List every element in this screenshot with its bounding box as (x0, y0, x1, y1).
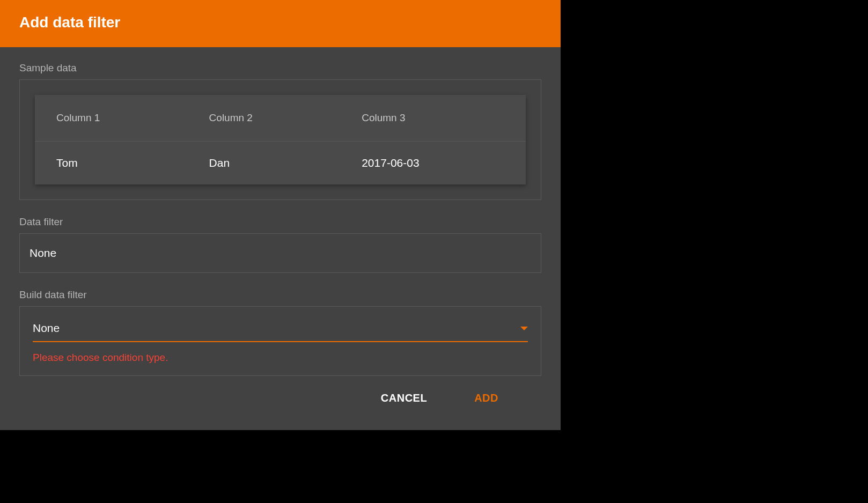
condition-type-value: None (33, 322, 60, 335)
dialog-body: Sample data Column 1 Column 2 Column 3 T… (0, 47, 561, 430)
condition-type-error: Please choose condition type. (33, 352, 528, 364)
data-filter-box[interactable]: None (19, 233, 541, 273)
cancel-button[interactable]: CANCEL (381, 392, 427, 404)
table-cell: Tom (35, 142, 188, 185)
table-row: Tom Dan 2017-06-03 (35, 142, 526, 185)
sample-table-wrapper: Column 1 Column 2 Column 3 Tom Dan 2017-… (35, 95, 526, 184)
data-filter-value: None (30, 247, 56, 259)
dialog-title: Add data filter (19, 14, 541, 31)
table-header-col1: Column 1 (35, 95, 188, 142)
caret-down-icon (520, 327, 528, 330)
condition-type-select[interactable]: None (33, 322, 528, 342)
dialog-header: Add data filter (0, 0, 561, 47)
data-filter-label: Data filter (19, 216, 541, 228)
sample-data-table: Column 1 Column 2 Column 3 Tom Dan 2017-… (35, 95, 526, 184)
add-button[interactable]: ADD (474, 392, 498, 404)
build-data-filter-label: Build data filter (19, 289, 541, 301)
sample-data-label: Sample data (19, 62, 541, 74)
table-cell: Dan (188, 142, 341, 185)
table-header-col3: Column 3 (340, 95, 526, 142)
table-header-col2: Column 2 (188, 95, 341, 142)
add-data-filter-dialog: Add data filter Sample data Column 1 Col… (0, 0, 561, 430)
sample-data-box: Column 1 Column 2 Column 3 Tom Dan 2017-… (19, 79, 541, 200)
table-cell: 2017-06-03 (340, 142, 526, 185)
table-header-row: Column 1 Column 2 Column 3 (35, 95, 526, 142)
dialog-footer: CANCEL ADD (19, 392, 541, 420)
build-data-filter-box: None Please choose condition type. (19, 306, 541, 376)
